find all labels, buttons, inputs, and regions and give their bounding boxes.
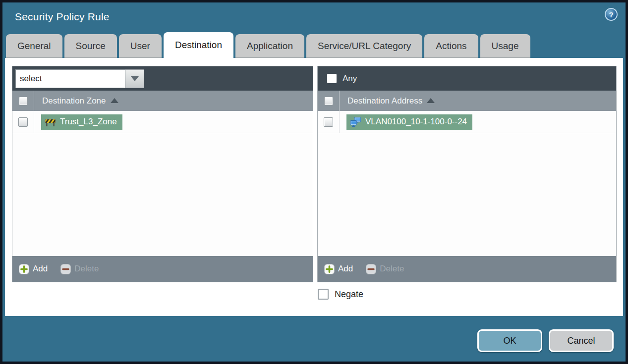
destination-address-panel: Any Destination Address: [317, 66, 617, 282]
any-label: Any: [343, 74, 357, 84]
address-select-all-checkbox[interactable]: [324, 97, 333, 105]
sort-ascending-icon[interactable]: [427, 98, 435, 103]
any-bar: Any: [318, 66, 616, 91]
address-chip[interactable]: VLAN0100_10-1-100-0--24: [346, 114, 472, 130]
network-address-icon: [350, 117, 361, 127]
chevron-down-icon: [131, 76, 139, 81]
sort-ascending-icon[interactable]: [111, 98, 118, 103]
destination-zone-panel: Destination Zone: [12, 66, 313, 282]
ok-button[interactable]: OK: [477, 329, 542, 352]
any-checkbox[interactable]: [327, 74, 337, 83]
zone-column-header: Destination Zone: [12, 91, 313, 111]
plus-icon: [324, 264, 335, 274]
help-icon[interactable]: ?: [605, 8, 618, 21]
address-column-header: Destination Address: [318, 91, 616, 111]
cancel-button[interactable]: Cancel: [549, 329, 614, 352]
tab-bar: General Source User Destination Applicat…: [6, 32, 530, 58]
title-bar: Security Policy Rule: [2, 2, 626, 31]
tab-service-url-category[interactable]: Service/URL Category: [306, 34, 422, 58]
negate-option: Negate: [318, 289, 363, 300]
zone-table-row[interactable]: Trust_L3_Zone: [12, 111, 313, 133]
negate-checkbox[interactable]: [318, 289, 329, 300]
tab-destination[interactable]: Destination: [164, 32, 233, 58]
minus-icon: [60, 264, 71, 274]
minus-icon: [366, 264, 376, 274]
dialog-title: Security Policy Rule: [15, 11, 110, 23]
zone-barrier-icon: [45, 117, 56, 127]
plus-icon: [19, 264, 29, 274]
address-row-checkbox[interactable]: [324, 117, 333, 127]
zone-select-input[interactable]: [15, 69, 125, 88]
zone-row-checkbox[interactable]: [18, 117, 28, 127]
address-row-label: VLAN0100_10-1-100-0--24: [365, 117, 467, 127]
tab-general[interactable]: General: [6, 34, 62, 58]
address-delete-button[interactable]: Delete: [366, 264, 404, 274]
zone-column-label[interactable]: Destination Zone: [42, 96, 106, 106]
address-table-row[interactable]: VLAN0100_10-1-100-0--24: [318, 111, 616, 133]
address-column-label[interactable]: Destination Address: [347, 96, 422, 106]
zone-chip[interactable]: Trust_L3_Zone: [41, 114, 122, 130]
zone-panel-footer: Add Delete: [12, 256, 313, 282]
zone-delete-button[interactable]: Delete: [60, 264, 99, 274]
zone-row-label: Trust_L3_Zone: [60, 117, 117, 127]
address-add-button[interactable]: Add: [324, 264, 353, 274]
tab-usage[interactable]: Usage: [480, 34, 530, 58]
zone-add-button[interactable]: Add: [19, 264, 48, 274]
address-row-list: VLAN0100_10-1-100-0--24: [318, 111, 616, 256]
tab-actions[interactable]: Actions: [424, 34, 478, 58]
zone-select-all-checkbox[interactable]: [19, 97, 28, 105]
tab-application[interactable]: Application: [235, 34, 304, 58]
tab-user[interactable]: User: [119, 34, 162, 58]
zone-select-dropdown-button[interactable]: [125, 69, 144, 88]
zone-row-list: Trust_L3_Zone: [12, 111, 313, 256]
address-panel-footer: Add Delete: [318, 256, 616, 282]
negate-label: Negate: [335, 289, 363, 300]
destination-tab-content: Destination Zone: [5, 58, 623, 316]
tab-source[interactable]: Source: [64, 34, 117, 58]
security-policy-rule-dialog: Security Policy Rule ? General Source Us…: [0, 0, 628, 364]
zone-select-bar: [12, 66, 313, 91]
